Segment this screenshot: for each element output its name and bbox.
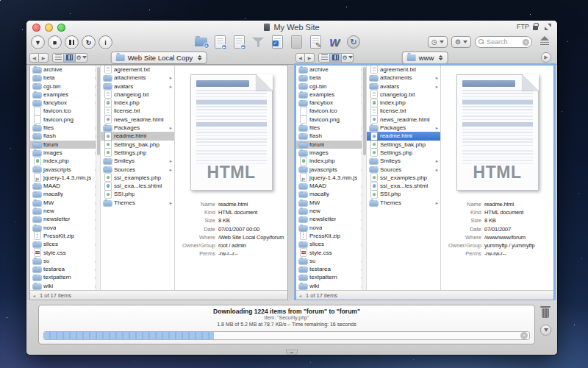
window-resize-notch[interactable] bbox=[286, 350, 298, 355]
back-button[interactable]: ◀ bbox=[295, 53, 305, 63]
file-row[interactable]: cgi-bin▸ bbox=[296, 82, 366, 91]
file-row[interactable]: favicon.png▸ bbox=[296, 116, 366, 124]
history-dropdown[interactable]: ◷ bbox=[428, 36, 448, 48]
column-scroll-icon[interactable]: ◂ bbox=[33, 293, 35, 298]
scrollbar[interactable] bbox=[362, 66, 366, 291]
action-menu-button[interactable]: ⚙ bbox=[76, 53, 87, 63]
file-row[interactable]: index.php▸ bbox=[296, 157, 366, 165]
file-row[interactable]: examples▸ bbox=[30, 91, 100, 99]
file-row[interactable]: archive▸ bbox=[30, 66, 100, 74]
file-row[interactable]: news_readme.html▸ bbox=[101, 116, 174, 124]
file-row[interactable]: favicon.ico▸ bbox=[30, 107, 100, 115]
file-row[interactable]: Themes▸ bbox=[367, 199, 440, 207]
file-row[interactable]: files▸ bbox=[296, 124, 366, 132]
file-row[interactable]: readme.html▸ bbox=[101, 132, 174, 140]
file-row[interactable]: ssi_exa...les.shtml▸ bbox=[101, 182, 174, 190]
file-row[interactable]: su▸ bbox=[30, 257, 100, 265]
file-row[interactable]: Settings.php▸ bbox=[101, 149, 174, 157]
file-row[interactable]: favicon.ico▸ bbox=[296, 107, 366, 115]
file-row[interactable]: nova▸ bbox=[30, 224, 100, 232]
file-row[interactable]: index.php▸ bbox=[367, 99, 440, 107]
list-view-button[interactable] bbox=[318, 53, 330, 63]
file-row[interactable]: jquery-1.4.3.min.js▸ bbox=[30, 174, 100, 182]
remote-location-dropdown[interactable]: www bbox=[402, 52, 448, 64]
file-row[interactable]: MAAD▸ bbox=[296, 182, 366, 190]
file-row[interactable]: new▸ bbox=[30, 207, 100, 215]
package-button[interactable] bbox=[288, 35, 304, 49]
file-row[interactable]: macally▸ bbox=[30, 190, 100, 198]
file-row[interactable]: agreement.txt▸ bbox=[101, 66, 174, 74]
new-file-button[interactable]: + bbox=[212, 35, 228, 49]
scrollbar-thumb[interactable] bbox=[363, 67, 366, 155]
scrollbar[interactable] bbox=[96, 66, 100, 291]
file-row[interactable]: examples▸ bbox=[296, 91, 366, 99]
file-row[interactable]: newsletter▸ bbox=[296, 215, 366, 223]
file-row[interactable]: news_readme.html▸ bbox=[367, 116, 440, 124]
file-row[interactable]: PressKit.zip▸ bbox=[30, 232, 100, 240]
file-row[interactable]: favicon.png▸ bbox=[30, 116, 100, 124]
file-row[interactable]: avatars▸ bbox=[101, 82, 174, 91]
file-row[interactable]: MW▸ bbox=[30, 199, 100, 207]
file-row[interactable]: license.txt▸ bbox=[367, 107, 440, 115]
file-row[interactable]: javascripts▸ bbox=[30, 166, 100, 174]
file-row[interactable]: Packages▸ bbox=[367, 124, 440, 132]
column-view-button[interactable] bbox=[64, 53, 76, 63]
file-row[interactable]: macally▸ bbox=[296, 190, 366, 198]
file-row[interactable]: style.css▸ bbox=[296, 249, 366, 257]
file-row[interactable]: license.txt▸ bbox=[101, 107, 174, 115]
file-row[interactable]: Sources▸ bbox=[101, 166, 174, 174]
file-row[interactable]: cgi-bin▸ bbox=[30, 82, 100, 91]
filter-button[interactable] bbox=[250, 35, 266, 49]
file-row[interactable]: Settings.php▸ bbox=[367, 149, 440, 157]
sync-button[interactable]: ↻ bbox=[345, 35, 362, 49]
file-row[interactable]: Settings_bak.php▸ bbox=[367, 141, 440, 149]
file-row[interactable]: slices▸ bbox=[30, 240, 100, 248]
file-row[interactable]: ssi_examples.php▸ bbox=[101, 174, 174, 182]
file-row[interactable]: textpattern▸ bbox=[30, 273, 100, 281]
file-row[interactable]: wiki▸ bbox=[296, 282, 366, 290]
list-view-button[interactable] bbox=[52, 53, 64, 63]
tasklist-button[interactable]: ✓ bbox=[269, 35, 285, 49]
file-row[interactable]: flash▸ bbox=[30, 132, 100, 140]
back-button[interactable]: ◀ bbox=[29, 53, 39, 63]
file-row[interactable]: beta▸ bbox=[296, 74, 366, 82]
column-view-button[interactable] bbox=[330, 53, 342, 63]
file-row[interactable]: fancybox▸ bbox=[296, 99, 366, 107]
fullscreen-icon[interactable] bbox=[545, 24, 551, 30]
file-row[interactable]: MW▸ bbox=[296, 199, 366, 207]
file-row[interactable]: Settings_bak.php▸ bbox=[101, 141, 174, 149]
refresh-button[interactable]: ↻ bbox=[82, 35, 96, 49]
file-row[interactable]: flash▸ bbox=[296, 132, 366, 140]
file-row[interactable]: images▸ bbox=[296, 149, 366, 157]
info-button[interactable]: i bbox=[98, 35, 112, 49]
file-row[interactable]: fancybox▸ bbox=[30, 99, 100, 107]
file-row[interactable]: nova▸ bbox=[296, 224, 366, 232]
file-row[interactable]: ssi_examples.php▸ bbox=[367, 174, 440, 182]
forward-button[interactable]: ▶ bbox=[305, 53, 315, 63]
file-row[interactable]: attachments▸ bbox=[367, 74, 440, 82]
file-row[interactable]: SSI.php▸ bbox=[367, 190, 440, 198]
file-row[interactable]: forum▸ bbox=[30, 141, 100, 149]
file-row[interactable]: wiki▸ bbox=[30, 282, 100, 290]
cancel-transfer-button[interactable]: × bbox=[520, 332, 528, 339]
file-row[interactable]: new▸ bbox=[296, 207, 366, 215]
trash-icon[interactable] bbox=[539, 305, 551, 319]
duplicate-file-button[interactable]: + bbox=[231, 35, 247, 49]
file-row[interactable]: ssi_exa...les.shtml▸ bbox=[367, 182, 440, 190]
file-row[interactable]: SSI.php▸ bbox=[101, 190, 174, 198]
file-row[interactable]: testarea▸ bbox=[30, 265, 100, 273]
pause-button[interactable] bbox=[65, 35, 79, 49]
file-row[interactable]: files▸ bbox=[30, 124, 100, 132]
file-row[interactable]: MAAD▸ bbox=[30, 182, 100, 190]
stop-button[interactable]: ■ bbox=[48, 35, 62, 49]
action-menu-button[interactable]: ⚙ bbox=[342, 53, 354, 63]
file-row[interactable]: Smileys▸ bbox=[367, 157, 440, 165]
file-row[interactable]: PressKit.zip▸ bbox=[296, 232, 366, 240]
file-row[interactable]: textpattern▸ bbox=[296, 273, 366, 281]
edit-file-button[interactable]: ✎ bbox=[307, 35, 323, 49]
new-folder-button[interactable]: + bbox=[193, 35, 209, 49]
schedule-dropdown[interactable]: ⚙ bbox=[451, 36, 471, 48]
file-row[interactable]: attachments▸ bbox=[101, 74, 174, 82]
file-row[interactable]: index.php▸ bbox=[30, 157, 100, 165]
column-scroll-icon[interactable]: ◂ bbox=[299, 293, 301, 298]
